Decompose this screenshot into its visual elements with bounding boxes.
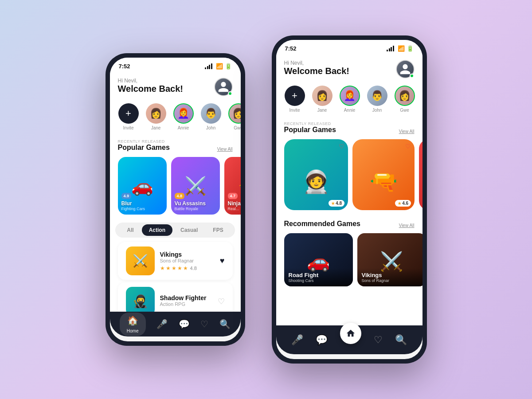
friends-row-right: + Invite 👩 Jane 👩‍🦰 Annie: [276, 82, 422, 118]
nav-mic-left[interactable]: 🎤: [156, 319, 168, 329]
game-card-vuassasins[interactable]: ⚔️ 4.8 Vu Assasins Battle Royale: [171, 157, 220, 215]
filter-casual-left[interactable]: Casual: [173, 224, 205, 236]
greeting-sub-left: Hi Nevil,: [118, 78, 183, 84]
status-time-right: 7:52: [285, 45, 297, 52]
game-card-ninja-right[interactable]: 🥷 ♡ Ninja Real...: [419, 139, 422, 210]
friend-jane-right[interactable]: 👩 Jane: [312, 86, 333, 113]
xfighter-heart[interactable]: ♡: [405, 143, 411, 150]
jetpack-rating: ★ 4.8: [329, 200, 344, 207]
online-indicator-left: [228, 91, 232, 96]
status-time-left: 7:52: [119, 63, 130, 70]
shadowfighter-heart-left[interactable]: ♡: [218, 297, 225, 306]
popular-section-header-right: Recently Released Popular Games View All: [276, 118, 422, 136]
friend-annie-right[interactable]: 👩‍🦰 Annie: [339, 86, 360, 113]
game-list-vikings-left[interactable]: ⚔️ Vikings Sons of Ragnar ★ ★ ★ ★ ★ 4.8 …: [118, 242, 233, 280]
friend-jane-left[interactable]: 👩 Jane: [145, 103, 167, 130]
phone-left: 7:52 📶 🔋 Hi Nevil, Welcome Back!: [106, 53, 245, 346]
bottom-nav-right: 🎤 💬 ♡ 🔍: [276, 325, 422, 354]
popular-games-scroll-right: 🧑‍🚀 ♡ Jetpack Joy Action packed dash qui…: [276, 136, 422, 216]
online-indicator-right: [410, 74, 414, 78]
phone-right: 7:52 📶 🔋 Hi Nevil, Welcome Back!: [272, 35, 427, 364]
nav-heart-left[interactable]: ♡: [200, 319, 208, 329]
status-icons-right: 📶 🔋: [387, 45, 414, 52]
game-card-xfighter[interactable]: 🔫 ♡ X Fighter Battle Royale ★ 4.6: [352, 139, 415, 210]
vikings-info-left: Vikings Sons of Ragnar ★ ★ ★ ★ ★ 4.8: [160, 251, 215, 271]
greeting-main-right: Welcome Back!: [284, 66, 349, 76]
battery-icon: 🔋: [225, 63, 232, 70]
rec-card-roadfight[interactable]: 🚗 Road Fight Shooting Cars: [284, 233, 353, 286]
filter-action-left[interactable]: Action: [142, 224, 172, 236]
status-icons-left: 📶 🔋: [205, 63, 232, 70]
user-avatar-right[interactable]: [396, 60, 415, 78]
phone-content-left: Hi Nevil, Welcome Back! + Invite: [110, 72, 241, 312]
phone-content-right: Hi Nevil, Welcome Back! + Invite: [276, 55, 422, 325]
recommended-games-scroll: 🚗 Road Fight Shooting Cars ⚔️ Vikings So…: [276, 230, 422, 293]
nav-chat-left[interactable]: 💬: [179, 319, 190, 329]
status-bar-left: 7:52 📶 🔋: [110, 58, 241, 72]
game-card-jetpack[interactable]: 🧑‍🚀 ♡ Jetpack Joy Action packed dash qui…: [284, 139, 348, 210]
friend-john-right[interactable]: 👨 John: [367, 86, 388, 113]
friend-gwe-left[interactable]: 👩 Gwe: [228, 103, 241, 130]
vikings-heart-left[interactable]: ♥: [220, 256, 225, 266]
signal-icon: [205, 63, 212, 69]
recommended-section-header: Recommended Games View All: [276, 216, 422, 230]
signal-icon-right: [387, 46, 394, 51]
header-right: Hi Nevil, Welcome Back!: [276, 55, 422, 82]
greeting-sub-right: Hi Nevil,: [284, 60, 349, 66]
nav-home-center[interactable]: [340, 323, 361, 344]
home-btn-circle[interactable]: [340, 323, 361, 344]
game-card-blur[interactable]: 🚗 4.9 Blur Fighting Cars: [118, 157, 167, 215]
game-list-shadowfighter-left[interactable]: 🥷 Shadow Fighter Action RPG ♡: [118, 282, 233, 312]
friends-row-left: + Invite 👩 Jane 👩‍🦰 Annie: [110, 100, 241, 136]
nav-search-left[interactable]: 🔍: [219, 319, 231, 329]
battery-icon-right: 🔋: [407, 45, 414, 52]
user-avatar-left[interactable]: [214, 78, 233, 96]
nav-mic-right[interactable]: 🎤: [291, 334, 303, 346]
jetpack-heart[interactable]: ♡: [339, 143, 344, 150]
friend-annie-left[interactable]: 👩‍🦰 Annie: [173, 103, 194, 130]
greeting-main-left: Welcome Back!: [118, 84, 183, 94]
vikings-stars-left: ★ ★ ★ ★ ★ 4.8: [160, 265, 215, 271]
filter-fps-left[interactable]: FPS: [206, 224, 230, 236]
nav-heart-right[interactable]: ♡: [374, 334, 383, 346]
filter-container-left: All Action Casual FPS: [110, 221, 241, 242]
nav-home-left[interactable]: 🏠 Home: [120, 313, 146, 336]
wifi-icon: 📶: [216, 63, 223, 70]
friend-invite-left[interactable]: + Invite: [118, 103, 139, 130]
filter-all-left[interactable]: All: [120, 224, 141, 236]
bottom-nav-left: 🏠 Home 🎤 💬 ♡ 🔍: [110, 312, 241, 336]
game-card-ninja-left[interactable]: 🥷 4.7 Ninja Real...: [224, 157, 241, 215]
shadowfighter-info-left: Shadow Fighter Action RPG: [160, 294, 212, 309]
nav-chat-right[interactable]: 💬: [316, 334, 328, 346]
friend-gwe-right[interactable]: 👩 Gwe: [394, 86, 415, 113]
view-all-popular-left[interactable]: View All: [217, 147, 233, 152]
xfighter-rating: ★ 4.6: [395, 200, 411, 207]
filter-tabs-left: All Action Casual FPS: [115, 223, 235, 238]
wifi-icon-right: 📶: [398, 45, 405, 52]
friend-john-left[interactable]: 👨 John: [200, 103, 222, 130]
rec-card-vikings[interactable]: ⚔️ Vikings Sons of Ragnar: [357, 233, 422, 286]
popular-games-scroll-left: 🚗 4.9 Blur Fighting Cars ⚔️ 4.8 Vu Assas…: [110, 153, 241, 221]
nav-search-right[interactable]: 🔍: [395, 334, 407, 346]
view-all-recommended[interactable]: View All: [399, 223, 415, 228]
view-all-popular-right[interactable]: View All: [399, 129, 415, 134]
popular-section-header-left: Recently Released Popular Games View All: [110, 136, 241, 153]
friend-invite-right[interactable]: + Invite: [284, 86, 305, 113]
status-bar-right: 7:52 📶 🔋: [276, 40, 422, 55]
header-left: Hi Nevil, Welcome Back!: [110, 72, 241, 100]
